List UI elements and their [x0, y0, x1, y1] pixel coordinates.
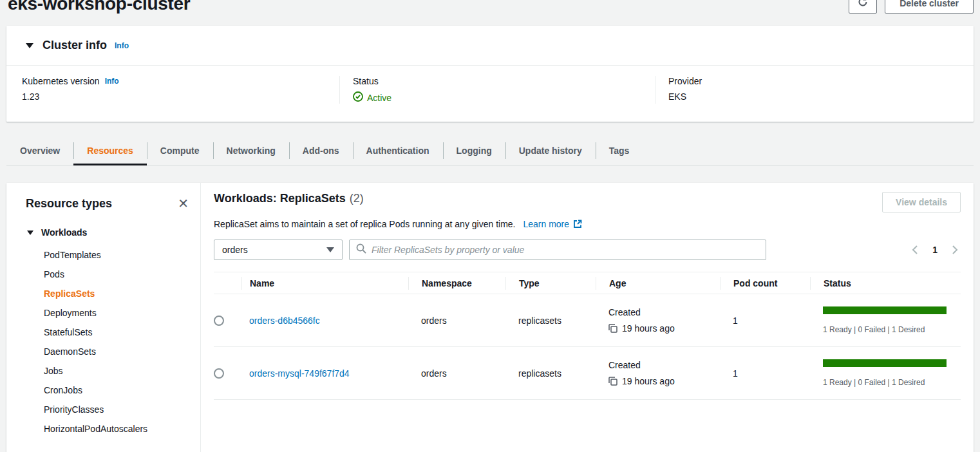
learn-more-link[interactable]: Learn more — [523, 219, 569, 229]
replicaset-name-link[interactable]: orders-d6b4566fc — [249, 315, 320, 326]
close-icon[interactable]: ✕ — [176, 196, 190, 211]
info-link[interactable]: Info — [115, 41, 129, 50]
type-value: replicasets — [505, 368, 596, 379]
tree-item-horizontalpodautoscalers[interactable]: HorizontalPodAutoscalers — [26, 419, 200, 438]
column-header-pod-count[interactable]: Pod count — [720, 277, 810, 290]
row-radio-button[interactable] — [214, 315, 224, 326]
table-row: orders-mysql-749f67f7d4 orders replicase… — [214, 347, 961, 400]
panel-title: Workloads: ReplicaSets — [214, 192, 346, 205]
tree-item-priorityclasses[interactable]: PriorityClasses — [26, 400, 200, 419]
age-cell: Created 19 hours ago — [596, 360, 720, 386]
chevron-right-icon[interactable] — [950, 245, 959, 255]
provider-value: EKS — [668, 91, 974, 102]
tree-item-pods[interactable]: Pods — [26, 265, 200, 284]
search-box — [349, 240, 766, 260]
cluster-info-title: Cluster info — [42, 39, 107, 52]
provider-label: Provider — [668, 76, 702, 86]
page-header: eks-workshop-cluster Delete cluster — [0, 0, 980, 19]
column-header-age[interactable]: Age — [596, 277, 720, 290]
info-link[interactable]: Info — [105, 77, 119, 86]
collapse-caret-icon — [27, 231, 33, 235]
view-details-button[interactable]: View details — [882, 192, 961, 212]
kubernetes-version-value: 1.23 — [22, 91, 339, 102]
namespace-value: orders — [408, 315, 505, 326]
status-text: 1 Ready | 0 Failed | 1 Desired — [823, 378, 947, 387]
column-header-type[interactable]: Type — [505, 277, 596, 290]
panel-count: (2) — [350, 192, 364, 205]
tree-group-cluster[interactable]: Cluster — [26, 449, 200, 452]
tree-group-workloads[interactable]: Workloads — [26, 225, 200, 240]
external-link-icon — [573, 220, 582, 229]
replicasets-content: Workloads: ReplicaSets (2) View details … — [201, 183, 974, 452]
cluster-info-card: Cluster info Info Kubernetes version Inf… — [6, 26, 974, 122]
tab-overview[interactable]: Overview — [6, 136, 73, 165]
resource-types-tree: Workloads PodTemplates Pods ReplicaSets … — [26, 225, 200, 452]
cluster-tabs: Overview Resources Compute Networking Ad… — [6, 136, 974, 165]
chevron-left-icon[interactable] — [910, 245, 919, 255]
status-label: Status — [353, 76, 379, 86]
pod-count-value: 1 — [720, 315, 810, 326]
age-value: 19 hours ago — [622, 323, 675, 334]
provider-field: Provider EKS — [655, 76, 974, 104]
tree-item-cronjobs[interactable]: CronJobs — [26, 381, 200, 400]
column-header-namespace[interactable]: Namespace — [408, 277, 505, 290]
age-label: Created — [608, 360, 720, 370]
panel-description: ReplicaSet aims to maintain a set of rep… — [214, 219, 515, 229]
page-title: eks-workshop-cluster — [8, 0, 190, 14]
tab-add-ons[interactable]: Add-ons — [289, 136, 353, 165]
tab-compute[interactable]: Compute — [147, 136, 213, 165]
status-value: Active — [367, 93, 391, 103]
status-ok-icon — [353, 91, 363, 104]
tab-networking[interactable]: Networking — [213, 136, 289, 165]
cluster-info-body: Kubernetes version Info 1.23 Status Acti… — [6, 66, 974, 122]
page-number[interactable]: 1 — [932, 245, 938, 255]
tab-authentication[interactable]: Authentication — [353, 136, 443, 165]
table-header: Name Namespace Type Age Pod count Status — [214, 272, 961, 294]
age-value: 19 hours ago — [622, 376, 675, 386]
filter-scope-dropdown[interactable]: orders — [214, 240, 343, 260]
tree-item-statefulsets[interactable]: StatefulSets — [26, 323, 200, 342]
tab-logging[interactable]: Logging — [443, 136, 505, 165]
delete-cluster-button[interactable]: Delete cluster — [885, 0, 974, 14]
column-header-name[interactable]: Name — [241, 277, 408, 290]
search-icon — [356, 243, 366, 256]
pod-count-value: 1 — [720, 368, 810, 379]
resources-panel: Resource types ✕ Workloads PodTemplates … — [6, 183, 974, 452]
status-cell: 1 Ready | 0 Failed | 1 Desired — [810, 359, 961, 387]
tree-item-podtemplates[interactable]: PodTemplates — [26, 245, 200, 265]
refresh-icon — [857, 0, 869, 10]
copy-icon[interactable] — [608, 324, 617, 333]
pagination: 1 — [910, 245, 959, 255]
row-radio-button[interactable] — [214, 368, 224, 379]
tab-resources[interactable]: Resources — [73, 136, 147, 165]
type-value: replicasets — [505, 315, 596, 326]
status-cell: 1 Ready | 0 Failed | 1 Desired — [810, 306, 961, 334]
replicasets-table: Name Namespace Type Age Pod count Status… — [214, 272, 961, 400]
resource-types-title: Resource types — [26, 197, 200, 211]
tree-item-jobs[interactable]: Jobs — [26, 361, 200, 381]
resource-types-panel: Resource types ✕ Workloads PodTemplates … — [6, 183, 201, 452]
kubernetes-version-field: Kubernetes version Info 1.23 — [6, 76, 339, 104]
age-cell: Created 19 hours ago — [596, 307, 720, 334]
refresh-button[interactable] — [849, 0, 877, 14]
collapse-caret-icon — [26, 43, 33, 48]
filter-scope-value: orders — [222, 245, 248, 255]
table-row: orders-d6b4566fc orders replicasets Crea… — [214, 294, 961, 347]
search-input[interactable] — [372, 245, 759, 255]
age-label: Created — [608, 307, 720, 317]
tab-tags[interactable]: Tags — [596, 136, 643, 165]
status-field: Status Active — [339, 76, 655, 104]
copy-icon[interactable] — [608, 377, 617, 386]
tab-update-history[interactable]: Update history — [505, 136, 596, 165]
status-bar — [823, 359, 947, 367]
dropdown-caret-icon — [326, 247, 334, 252]
header-actions: Delete cluster — [849, 0, 974, 14]
tree-item-daemonsets[interactable]: DaemonSets — [26, 342, 200, 361]
replicaset-name-link[interactable]: orders-mysql-749f67f7d4 — [249, 368, 350, 379]
tree-item-deployments[interactable]: Deployments — [26, 303, 200, 323]
tree-item-replicasets[interactable]: ReplicaSets — [26, 284, 200, 303]
cluster-info-header[interactable]: Cluster info Info — [6, 26, 974, 66]
column-header-status[interactable]: Status — [810, 277, 961, 290]
namespace-value: orders — [408, 368, 505, 379]
status-text: 1 Ready | 0 Failed | 1 Desired — [823, 325, 947, 334]
